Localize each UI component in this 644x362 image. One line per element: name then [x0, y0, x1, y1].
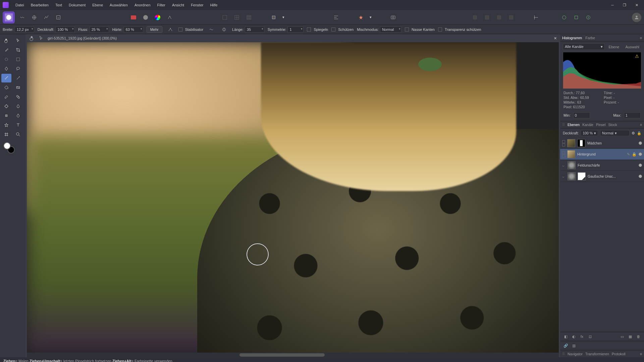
export-persona-button[interactable]	[54, 13, 63, 22]
account-avatar[interactable]	[632, 13, 641, 22]
tab-channels[interactable]: Kanäle	[582, 123, 593, 127]
tone-mapping-persona-button[interactable]	[42, 13, 51, 22]
arrange-2-icon[interactable]	[482, 13, 492, 22]
swatch-gray-icon[interactable]	[141, 13, 150, 22]
menu-auswaehlen[interactable]: Auswählen	[107, 2, 130, 8]
grid-all-icon[interactable]	[244, 13, 254, 22]
document-close-button[interactable]: ✕	[554, 36, 557, 41]
layer-feldunschaerfe[interactable]: ⌵ Feldunschärfe	[560, 160, 644, 171]
menu-bearbeiten[interactable]: Bearbeiten	[28, 2, 51, 8]
align-icon[interactable]	[331, 13, 341, 22]
length-input[interactable]	[245, 26, 264, 33]
trans-checkbox[interactable]	[438, 27, 442, 32]
delete-layer-icon[interactable]: 🗑	[635, 334, 641, 339]
hand-icon[interactable]	[29, 35, 35, 41]
sync-3-icon[interactable]	[584, 13, 593, 22]
color-swatch[interactable]	[3, 142, 15, 154]
marquee-tool[interactable]	[13, 55, 23, 64]
grid-none-icon[interactable]	[220, 13, 229, 22]
lasso-tool[interactable]	[13, 64, 23, 73]
auto-adjust-icon[interactable]	[165, 13, 174, 22]
layer-maedchen[interactable]: Mädchen	[560, 138, 644, 149]
max-input[interactable]	[624, 112, 641, 118]
smudge-tool[interactable]	[13, 102, 23, 111]
maximize-button[interactable]: ❐	[620, 2, 629, 8]
mesh-tool[interactable]	[1, 130, 11, 139]
tab-color[interactable]: Farbe	[585, 36, 595, 40]
link-icon[interactable]: 🔗	[563, 343, 569, 348]
stack-icon[interactable]: ▥	[571, 343, 577, 348]
layer-cog-icon[interactable]: ⚙	[632, 131, 635, 135]
assistant-chevron-icon[interactable]: ▾	[368, 13, 373, 22]
dodge-tool[interactable]	[1, 102, 11, 111]
liquify-persona-button[interactable]	[17, 13, 27, 22]
add-layer-icon[interactable]: ▦	[627, 334, 633, 339]
tab-layers[interactable]: Ebenen	[568, 123, 580, 127]
tab-brushes[interactable]: Pinsel	[596, 123, 606, 127]
mask-icon[interactable]: ◧	[563, 334, 569, 339]
menu-dokument[interactable]: Dokument	[66, 2, 88, 8]
edit-icon[interactable]: ✎	[627, 152, 630, 157]
opacity-input[interactable]	[55, 26, 75, 33]
color-wheel-icon[interactable]	[153, 13, 162, 22]
eraser-tool[interactable]	[1, 93, 11, 101]
layer-visibility-toggle[interactable]	[639, 153, 642, 156]
channel-select[interactable]: Alle Kanäle▾	[563, 44, 605, 50]
fill-tool[interactable]	[1, 83, 11, 92]
arrange-3-icon[interactable]	[494, 13, 504, 22]
align-distribute-icon[interactable]	[531, 13, 541, 22]
menu-ebene[interactable]: Ebene	[90, 2, 106, 8]
quick-mask-icon[interactable]	[388, 13, 398, 22]
layer-visibility-toggle[interactable]	[639, 141, 642, 145]
develop-persona-button[interactable]	[30, 13, 39, 22]
arrange-4-icon[interactable]	[506, 13, 516, 22]
layer-panel-menu-icon[interactable]: ≡	[640, 123, 642, 127]
move-tool[interactable]	[13, 36, 23, 45]
layer-hintergrund[interactable]: Hintergrund ✎ 🔒	[560, 149, 644, 160]
sync-1-icon[interactable]	[559, 13, 569, 22]
menu-filter[interactable]: Filter	[155, 2, 168, 8]
gradient-tool[interactable]	[13, 83, 23, 92]
min-input[interactable]	[573, 112, 590, 118]
crop-tool[interactable]	[13, 46, 23, 54]
wet-checkbox[interactable]	[405, 27, 409, 32]
group-icon[interactable]: ▭	[619, 334, 625, 339]
pixel-tool[interactable]	[13, 74, 23, 82]
healing-tool[interactable]	[1, 111, 11, 120]
symmetry-input[interactable]	[287, 26, 304, 33]
mirror-checkbox[interactable]	[307, 27, 311, 32]
snap-chevron-icon[interactable]: ▾	[281, 13, 286, 22]
layer-blend-select[interactable]: Normal▾	[600, 130, 630, 136]
layer-visibility-toggle[interactable]	[639, 164, 642, 167]
menu-anordnen[interactable]: Anordnen	[132, 2, 153, 8]
layer-lock-icon[interactable]: 🔒	[637, 131, 641, 135]
sync-2-icon[interactable]	[572, 13, 581, 22]
menu-text[interactable]: Text	[53, 2, 65, 8]
more-button[interactable]: Mehr	[147, 26, 162, 33]
layer-opacity-input[interactable]: 100 %▾	[581, 130, 598, 136]
menu-datei[interactable]: Datei	[13, 2, 27, 8]
minimize-button[interactable]: ─	[608, 2, 617, 8]
assistant-dropdown[interactable]	[356, 13, 366, 22]
canvas[interactable]	[27, 42, 559, 353]
snap-dropdown[interactable]	[269, 13, 278, 22]
layer-visibility-toggle[interactable]	[639, 175, 642, 178]
paint-brush-tool[interactable]	[1, 74, 11, 82]
photo-persona-button[interactable]	[3, 11, 15, 23]
ebene-button[interactable]: Ebene	[607, 44, 622, 50]
auswahl-button[interactable]: Auswahl	[623, 44, 641, 50]
panel-menu-icon[interactable]: ≡	[640, 36, 642, 40]
blend-input[interactable]	[380, 26, 401, 33]
stabilizer-checkbox[interactable]	[178, 27, 182, 32]
selection-brush-tool[interactable]	[1, 55, 11, 64]
fx-icon[interactable]: fx	[579, 334, 585, 339]
tab-history[interactable]: Protokoll	[612, 352, 626, 356]
arrow-icon[interactable]	[38, 35, 44, 41]
color-picker-tool[interactable]	[1, 46, 11, 54]
flow-input[interactable]	[90, 26, 109, 33]
flood-select-tool[interactable]	[1, 64, 11, 73]
pen-tool[interactable]	[13, 111, 23, 120]
tab-histogram[interactable]: Histogramm	[562, 36, 582, 40]
close-button[interactable]: ✕	[632, 2, 641, 8]
menu-hilfe[interactable]: Hilfe	[207, 2, 220, 8]
